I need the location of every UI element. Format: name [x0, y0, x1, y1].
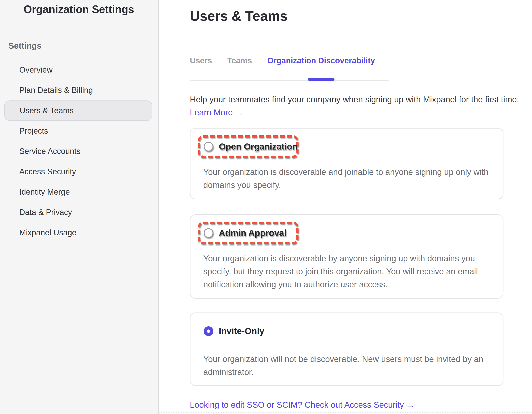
- intro-text: Help your teammates find your company wh…: [190, 95, 519, 104]
- option-description-admin-approval: Your organization is discoverable by any…: [203, 252, 501, 291]
- tab-organization-discoverability-label: Organization Discoverability: [267, 56, 375, 65]
- radio-admin-approval[interactable]: [204, 228, 213, 238]
- annotation-box-admin-approval: Admin Approval: [198, 222, 298, 244]
- option-card-admin-approval: Admin Approval Your organization is disc…: [190, 214, 504, 299]
- main-content: Users & Teams Users Teams Organization D…: [160, 0, 532, 414]
- learn-more-link[interactable]: Learn More →: [190, 108, 244, 117]
- option-row-invite-only: Invite-Only: [204, 326, 264, 336]
- tab-organization-discoverability[interactable]: Organization Discoverability: [267, 56, 375, 65]
- radio-open-organization[interactable]: [204, 142, 213, 151]
- sidebar-item-identity-merge[interactable]: Identity Merge: [4, 182, 152, 202]
- sidebar-item-users-teams[interactable]: Users & Teams: [4, 101, 152, 121]
- clipped-bottom-divider: [160, 412, 532, 413]
- option-card-invite-only: Invite-Only Your organization will not b…: [190, 312, 504, 386]
- option-label-open-organization: Open Organization: [219, 141, 298, 152]
- access-security-link-label: Looking to edit SSO or SCIM? Check out A…: [190, 400, 404, 409]
- sidebar-item-plan-details-billing[interactable]: Plan Details & Billing: [4, 80, 152, 101]
- sidebar-nav: Overview Plan Details & Billing Users & …: [4, 60, 152, 243]
- sidebar-item-overview[interactable]: Overview: [4, 60, 152, 80]
- sidebar-section-label: Settings: [8, 41, 42, 51]
- arrow-right-icon: →: [406, 400, 415, 409]
- page-title: Users & Teams: [190, 8, 288, 24]
- sidebar-item-mixpanel-usage[interactable]: Mixpanel Usage: [4, 223, 152, 243]
- tab-users[interactable]: Users: [190, 56, 212, 65]
- option-description-open-organization: Your organization is discoverable and jo…: [203, 165, 501, 191]
- active-tab-indicator: [308, 78, 334, 81]
- tab-bar: Users Teams Organization Discoverability: [190, 56, 389, 81]
- tab-teams[interactable]: Teams: [228, 56, 252, 65]
- access-security-link[interactable]: Looking to edit SSO or SCIM? Check out A…: [190, 400, 415, 410]
- sidebar-item-data-privacy[interactable]: Data & Privacy: [4, 202, 152, 223]
- sidebar: Organization Settings Settings Overview …: [0, 0, 159, 414]
- option-label-invite-only: Invite-Only: [219, 326, 264, 336]
- sidebar-item-projects[interactable]: Projects: [4, 121, 152, 141]
- option-label-admin-approval: Admin Approval: [219, 228, 286, 238]
- sidebar-item-service-accounts[interactable]: Service Accounts: [4, 141, 152, 161]
- arrow-right-icon: →: [235, 108, 244, 117]
- sidebar-title: Organization Settings: [23, 3, 134, 16]
- sidebar-item-access-security[interactable]: Access Security: [4, 161, 152, 182]
- annotation-box-open-organization: Open Organization: [198, 135, 298, 158]
- option-card-open-organization: Open Organization Your organization is d…: [190, 128, 504, 199]
- radio-invite-only[interactable]: [204, 326, 213, 336]
- option-description-invite-only: Your organization will not be discoverab…: [203, 353, 501, 378]
- learn-more-label: Learn More: [190, 108, 233, 117]
